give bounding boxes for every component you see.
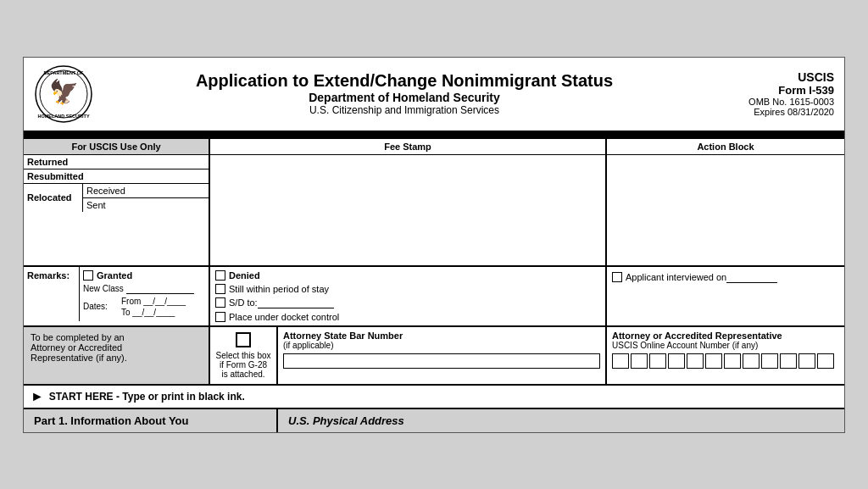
granted-checkbox: [83, 270, 93, 281]
applicant-interviewed-item: Applicant interviewed on: [612, 272, 839, 283]
uscis-fee-action-section: For USCIS Use Only Returned Resubmitted …: [24, 139, 844, 267]
sd-to-label: S/D to:: [229, 297, 258, 308]
place-under-item: Place under docket control: [215, 312, 600, 322]
granted-label: Granted: [97, 270, 132, 281]
acct-box-1[interactable]: [612, 353, 629, 369]
dates-fields: From __/__/____ To __/__/____: [121, 296, 186, 318]
action-block: Action Block: [607, 139, 844, 265]
header-title: Application to Extend/Change Nonimmigran…: [93, 71, 715, 116]
remarks-section: Remarks: Granted New Class Dates: From: [24, 267, 844, 327]
acct-box-7[interactable]: [724, 353, 741, 369]
relocated-label: Relocated: [24, 184, 83, 212]
attorney-checkbox-area: Select this box if Form G-28 is attached…: [210, 327, 278, 384]
action-block-title: Action Block: [607, 139, 844, 155]
attorney-bar-sublabel: (if applicable): [283, 341, 600, 350]
acct-box-11[interactable]: [798, 353, 815, 369]
attorney-left: To be completed by an Attorney or Accred…: [24, 327, 210, 384]
still-within-checkbox: [215, 284, 225, 294]
to-label: To: [121, 308, 131, 317]
new-class-label: New Class: [83, 284, 124, 293]
bar-number-input-row: [283, 353, 600, 369]
start-here-arrow: ►: [31, 389, 44, 404]
start-here-text: START HERE - Type or print in black ink.: [49, 391, 245, 403]
received-label: Received: [83, 184, 209, 198]
g28-checkbox-text: Select this box if Form G-28 is attached…: [215, 351, 271, 379]
header-form-info: USCIS Form I-539 OMB No. 1615-0003 Expir…: [715, 70, 834, 117]
sd-to-item: S/D to:: [215, 297, 600, 308]
sd-to-field: [258, 297, 334, 308]
returned-row: Returned: [24, 155, 209, 169]
attorney-left-if-any: (if any).: [96, 353, 127, 363]
sent-label: Sent: [83, 198, 209, 212]
new-class-row: New Class: [83, 284, 205, 294]
fee-stamp-content: [210, 155, 605, 265]
subtitle1: Department of Homeland Security: [93, 91, 715, 104]
remarks-left: Remarks: Granted New Class Dates: From: [24, 267, 210, 325]
relocated-row: Relocated Received Sent: [24, 184, 209, 212]
bar-number-input[interactable]: [283, 353, 600, 369]
acct-box-10[interactable]: [780, 353, 797, 369]
uscis-use-only-title: For USCIS Use Only: [24, 139, 209, 155]
form-number: Form I-539: [715, 84, 834, 97]
fee-stamp: Fee Stamp: [210, 139, 607, 265]
attorney-acct-label: Attorney or Accredited Representative: [612, 331, 839, 341]
remarks-middle: Denied Still within period of stay S/D t…: [210, 267, 607, 325]
fee-stamp-title: Fee Stamp: [210, 139, 605, 155]
expires: Expires 08/31/2020: [715, 107, 834, 117]
g28-checkbox: [236, 332, 251, 347]
acct-box-8[interactable]: [743, 353, 760, 369]
subtitle2: U.S. Citizenship and Immigration Service…: [93, 104, 715, 116]
attorney-bar-number-area: Attorney State Bar Number (if applicable…: [278, 327, 607, 384]
remarks-granted-area: Granted New Class Dates: From __/__/____: [79, 267, 209, 321]
to-field: __/__/____: [132, 308, 175, 317]
attorney-acct-area: Attorney or Accredited Representative US…: [607, 327, 844, 384]
acct-box-12[interactable]: [817, 353, 834, 369]
acct-box-9[interactable]: [761, 353, 778, 369]
uscis-use-only: For USCIS Use Only Returned Resubmitted …: [24, 139, 210, 265]
still-within-item: Still within period of stay: [215, 284, 600, 294]
to-line: To __/__/____: [121, 308, 186, 317]
remarks-right: Applicant interviewed on: [607, 267, 844, 325]
attorney-bar-label: Attorney State Bar Number: [283, 331, 600, 341]
svg-text:HOMELAND SECURITY: HOMELAND SECURITY: [37, 114, 89, 119]
action-block-content: [607, 155, 844, 265]
place-under-checkbox: [215, 312, 225, 322]
from-label: From: [121, 297, 141, 306]
acct-boxes-row: [612, 353, 839, 369]
form-container: 🦅 DEPARTMENT OF HOMELAND SECURITY Applic…: [23, 57, 845, 433]
applicant-interviewed-label: Applicant interviewed on: [626, 272, 726, 282]
sd-to-checkbox: [215, 297, 225, 308]
start-here-row: ► START HERE - Type or print in black in…: [24, 386, 844, 409]
acct-box-6[interactable]: [705, 353, 722, 369]
omb-number: OMB No. 1615-0003: [715, 97, 834, 107]
applicant-interviewed-checkbox: [612, 272, 622, 282]
svg-text:DEPARTMENT OF: DEPARTMENT OF: [44, 70, 85, 75]
acct-box-2[interactable]: [631, 353, 648, 369]
acct-box-4[interactable]: [668, 353, 685, 369]
place-under-label: Place under docket control: [229, 312, 339, 322]
still-within-label: Still within period of stay: [229, 284, 329, 294]
denied-checkbox-item: Denied: [215, 270, 600, 281]
attorney-left-line3: Representative: [31, 353, 93, 363]
returned-label: Returned: [24, 155, 71, 169]
denied-checkbox: [215, 270, 225, 281]
header: 🦅 DEPARTMENT OF HOMELAND SECURITY Applic…: [24, 58, 844, 134]
remarks-label: Remarks:: [24, 267, 79, 284]
attorney-acct-sublabel: USCIS Online Account Number (if any): [612, 341, 839, 350]
resubmitted-label: Resubmitted: [24, 169, 87, 183]
acct-box-3[interactable]: [649, 353, 666, 369]
acct-box-5[interactable]: [687, 353, 704, 369]
uscis-label: USCIS: [715, 70, 834, 84]
resubmitted-row: Resubmitted: [24, 169, 209, 184]
from-line: From __/__/____: [121, 297, 186, 306]
granted-checkbox-item: Granted: [83, 270, 205, 281]
new-class-field: [126, 284, 194, 294]
attorney-left-line1: To be completed by an: [31, 332, 125, 342]
denied-label: Denied: [229, 270, 260, 281]
dates-row: Dates: From __/__/____ To __/__/____: [83, 296, 205, 318]
applicant-interviewed-field: [726, 272, 777, 283]
part1-label: Part 1. Information About You: [24, 409, 278, 432]
us-physical-address-label: U.S. Physical Address: [278, 409, 844, 432]
dates-label: Dates:: [83, 302, 121, 311]
from-field: __/__/____: [143, 297, 186, 306]
